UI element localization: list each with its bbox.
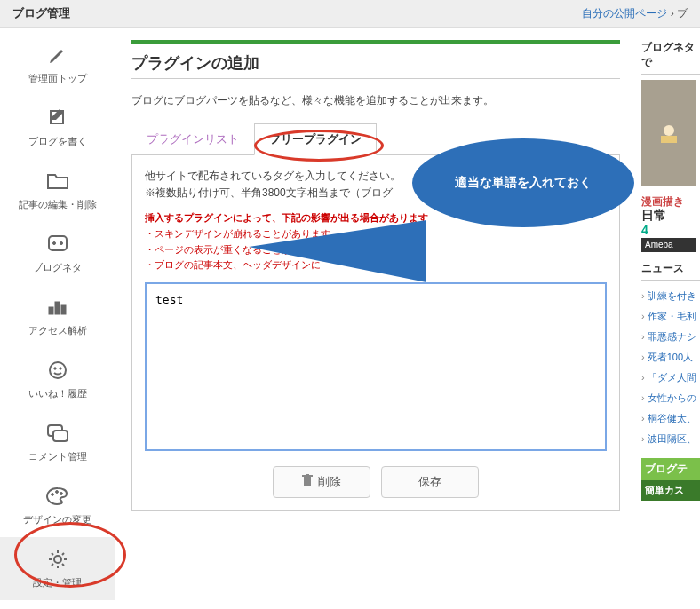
sidebar-item-access[interactable]: アクセス解析 bbox=[0, 285, 115, 348]
sidebar-item-label: コメント管理 bbox=[28, 450, 87, 463]
sidebar-item-label: 設定・管理 bbox=[33, 576, 82, 589]
face-icon bbox=[44, 233, 71, 256]
tab-plugin-list[interactable]: プラグインリスト bbox=[131, 123, 254, 155]
plugin-textarea[interactable] bbox=[145, 282, 607, 451]
svg-point-7 bbox=[50, 362, 66, 378]
sidebar-item-label: デザインの変更 bbox=[23, 513, 91, 526]
svg-rect-5 bbox=[55, 302, 60, 314]
smile-icon bbox=[44, 359, 71, 382]
pencil-icon bbox=[44, 44, 71, 67]
sidebar: 管理面トップ ブログを書く 記事の編集・削除 ブログネタ アクセス解析 いいね！… bbox=[0, 28, 115, 609]
chat-icon bbox=[44, 422, 71, 445]
sidebar-item-write[interactable]: ブログを書く bbox=[0, 96, 115, 159]
svg-rect-1 bbox=[49, 236, 67, 250]
page-section-title: ブログ管理 bbox=[12, 5, 70, 21]
svg-point-3 bbox=[60, 242, 62, 245]
svg-rect-6 bbox=[61, 304, 66, 314]
rc-green-banner[interactable]: ブログテ 簡単カス bbox=[641, 458, 700, 501]
gear-icon bbox=[44, 548, 71, 571]
warning-text: 挿入するプラグインによって、下記の影響が出る場合があります ・スキンデザインが崩… bbox=[145, 210, 607, 273]
compose-icon bbox=[44, 107, 71, 130]
delete-button[interactable]: 削除 bbox=[273, 466, 370, 498]
svg-rect-4 bbox=[49, 307, 53, 314]
palette-icon bbox=[44, 485, 71, 508]
topbar-right: 自分の公開ページ › ブ bbox=[582, 6, 688, 21]
svg-point-9 bbox=[59, 368, 60, 369]
svg-rect-17 bbox=[302, 475, 313, 477]
sidebar-item-label: 管理面トップ bbox=[28, 72, 87, 85]
svg-point-20 bbox=[664, 125, 674, 136]
sidebar-item-design[interactable]: デザインの変更 bbox=[0, 474, 115, 537]
rc-head-neta: ブログネタで bbox=[641, 40, 700, 75]
svg-point-12 bbox=[51, 494, 53, 496]
sidebar-item-like[interactable]: いいね！履歴 bbox=[0, 348, 115, 411]
svg-rect-11 bbox=[53, 431, 68, 441]
free-plugin-panel: 他サイトで配布されているタグを入力してください。 ※複数貼り付け可、半角3800… bbox=[131, 155, 620, 511]
svg-rect-19 bbox=[661, 136, 677, 143]
sidebar-item-top[interactable]: 管理面トップ bbox=[0, 33, 115, 96]
sidebar-item-comment[interactable]: コメント管理 bbox=[0, 411, 115, 474]
news-list: 訓練を付き 作家・毛利 罪悪感ナシ 死者100人 「ダメ人間 女性からの 桐谷健… bbox=[641, 286, 700, 449]
svg-rect-16 bbox=[304, 477, 311, 486]
news-item[interactable]: 「ダメ人間 bbox=[641, 368, 700, 388]
sidebar-item-label: ブログを書く bbox=[28, 135, 87, 148]
right-column: ブログネタで 漫画描き 日常 4 Ameba ニュース 訓練を付き 作家・毛利 … bbox=[636, 28, 700, 609]
title-underline bbox=[131, 77, 620, 79]
topbar: ブログ管理 自分の公開ページ › ブ bbox=[0, 0, 700, 28]
news-item[interactable]: 波田陽区、 bbox=[641, 429, 700, 449]
news-item[interactable]: 罪悪感ナシ bbox=[641, 327, 700, 347]
rc-head-news: ニュース bbox=[641, 261, 700, 281]
lead-text: ブログにブログパーツを貼るなど、様々な機能を追加することが出来ます。 bbox=[131, 93, 620, 108]
button-row: 削除 保存 bbox=[145, 466, 607, 498]
sidebar-item-label: ブログネタ bbox=[33, 261, 82, 274]
main-content: プラグインの追加 ブログにブログパーツを貼るなど、様々な機能を追加することが出来… bbox=[115, 28, 636, 609]
tab-free-plugin[interactable]: フリープラグイン bbox=[254, 123, 377, 155]
sidebar-item-label: 記事の編集・削除 bbox=[19, 198, 97, 211]
news-item[interactable]: 女性からの bbox=[641, 388, 700, 408]
trash-icon bbox=[302, 474, 313, 489]
svg-point-15 bbox=[54, 556, 61, 563]
folder-icon bbox=[44, 170, 71, 193]
news-item[interactable]: 死者100人 bbox=[641, 347, 700, 368]
news-item[interactable]: 桐谷健太、 bbox=[641, 408, 700, 429]
sidebar-item-neta[interactable]: ブログネタ bbox=[0, 222, 115, 285]
sidebar-item-label: いいね！履歴 bbox=[28, 387, 87, 400]
svg-rect-18 bbox=[306, 474, 309, 475]
sidebar-item-settings[interactable]: 設定・管理 bbox=[0, 537, 115, 600]
news-item[interactable]: 訓練を付き bbox=[641, 286, 700, 306]
public-page-link[interactable]: 自分の公開ページ bbox=[582, 7, 667, 20]
rc-banner[interactable]: 漫画描き 日常 4 Ameba bbox=[641, 195, 696, 252]
page-title: プラグインの追加 bbox=[131, 52, 620, 74]
news-item[interactable]: 作家・毛利 bbox=[641, 306, 700, 327]
tabs: プラグインリスト フリープラグイン bbox=[131, 123, 620, 155]
rc-thumbnail[interactable] bbox=[641, 80, 696, 186]
accent-bar bbox=[131, 40, 620, 44]
sidebar-item-label: アクセス解析 bbox=[28, 324, 87, 337]
save-button[interactable]: 保存 bbox=[381, 466, 479, 498]
svg-point-14 bbox=[60, 493, 62, 495]
svg-point-2 bbox=[52, 242, 55, 245]
bars-icon bbox=[44, 296, 71, 319]
svg-point-13 bbox=[55, 491, 58, 494]
help-text: 他サイトで配布されているタグを入力してください。 ※複数貼り付け可、半角3800… bbox=[145, 168, 607, 202]
svg-point-8 bbox=[53, 368, 55, 369]
sidebar-item-edit[interactable]: 記事の編集・削除 bbox=[0, 159, 115, 222]
